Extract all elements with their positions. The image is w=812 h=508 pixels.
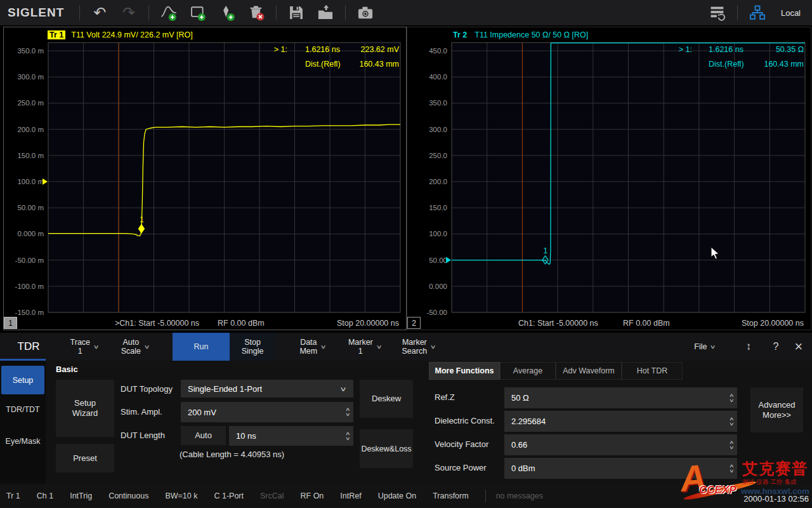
menu-auto-scale[interactable]: Auto Scale∨: [109, 333, 161, 361]
local-remote-indicator: Local: [781, 8, 801, 18]
y-tick-label: 200.0: [429, 178, 447, 185]
tab-more-functions[interactable]: More Functions: [429, 362, 500, 380]
menu-marker[interactable]: Marker 1∨: [339, 333, 390, 361]
lan-button[interactable]: [746, 3, 769, 23]
add-marker-button[interactable]: [216, 3, 239, 23]
source-power-field[interactable]: 0 dBm ∧∨: [504, 458, 737, 479]
ref-z-field[interactable]: 50 Ω ∧∨: [504, 387, 737, 408]
spinner-down-icon[interactable]: ∨: [729, 469, 735, 472]
recall-button[interactable]: [314, 3, 337, 23]
new-window-button[interactable]: [187, 3, 209, 23]
delete-trace-icon: [247, 4, 265, 22]
y-tick-label: 350.0: [429, 99, 447, 107]
stim-ampl-stepper[interactable]: ∧∨: [346, 402, 350, 422]
setup-wizard-button[interactable]: Setup Wizard: [56, 380, 114, 437]
source-power-stepper[interactable]: ∧∨: [730, 458, 734, 479]
y-tick-label: -50.00: [426, 309, 447, 316]
save-button[interactable]: [285, 3, 308, 23]
redo-button[interactable]: ↷: [117, 3, 140, 23]
dielectric-const-field[interactable]: 2.295684 ∧∨: [504, 411, 737, 432]
spinner-up-icon[interactable]: ∧: [345, 431, 351, 435]
channel-footer-2: 2 Ch1: Start -5.00000 ns RF 0.00 dBm Sto…: [407, 317, 811, 330]
spinner-down-icon[interactable]: ∨: [345, 436, 351, 440]
y-tick-label: 300.0 m: [17, 73, 44, 81]
add-trace-button[interactable]: [157, 3, 180, 23]
chevron-down-icon: ∨: [320, 344, 327, 349]
sidebar-item-tdr-tdt[interactable]: TDR/TDT: [1, 400, 44, 419]
chevron-down-icon: ∨: [144, 344, 150, 349]
window-number-badge-2[interactable]: 2: [407, 317, 421, 329]
spinner-down-icon[interactable]: ∨: [729, 445, 735, 449]
trace-title-2: T11 Impedence 50 Ω/ 50 Ω [RO]: [475, 30, 588, 39]
y-tick-label: 0.000 m: [17, 230, 44, 237]
sweep-stop-1: Stop 20.00000 ns: [337, 319, 399, 328]
sidebar-item-eye-mask[interactable]: Eye/Mask: [1, 432, 44, 451]
chevron-down-icon: ∨: [93, 344, 100, 349]
dut-topology-select[interactable]: Single-Ended 1-Port ∨: [181, 380, 353, 398]
spinner-down-icon[interactable]: ∨: [345, 413, 351, 417]
menu-data-mem[interactable]: Data Mem∨: [287, 333, 339, 361]
spinner-down-icon[interactable]: ∨: [729, 422, 735, 425]
deskew-button[interactable]: Deskew: [360, 380, 413, 418]
screenshot-button[interactable]: [354, 3, 377, 23]
trace-badge-tr2[interactable]: Tr 2: [451, 30, 469, 39]
advanced-more-button[interactable]: Advanced More>>: [750, 387, 803, 432]
y-tick-label: 450.0: [429, 47, 447, 55]
menu-resize-button[interactable]: ↕: [739, 333, 758, 361]
menu-run-button[interactable]: Run: [173, 333, 230, 361]
stim-ampl-field[interactable]: 200 mV ∧∨: [181, 402, 353, 422]
spinner-up-icon[interactable]: ∧: [345, 408, 351, 411]
spinner-up-icon[interactable]: ∧: [729, 393, 735, 397]
menu-marker-search[interactable]: Marker Search∨: [390, 333, 447, 361]
plot-area-1[interactable]: 350.0 m300.0 m250.0 m200.0 m150.0 m100.0…: [4, 27, 405, 328]
deskew-loss-button[interactable]: Deskew&Loss: [360, 429, 413, 468]
chevron-down-icon: ∨: [710, 344, 716, 349]
sidebar-item-setup[interactable]: Setup: [1, 366, 44, 394]
tab-hot-tdr[interactable]: Hot TDR: [622, 362, 683, 380]
tab-average[interactable]: Average: [500, 362, 556, 380]
plot-area-2[interactable]: 450.0400.0350.0300.0250.0200.0150.0100.0…: [407, 27, 809, 328]
menu-close-button[interactable]: ×: [789, 333, 809, 361]
dielectric-stepper[interactable]: ∧∨: [730, 411, 734, 432]
status-item-transform: Transform: [433, 491, 469, 500]
siglent-logo: SIGLENT: [8, 6, 64, 20]
delete-trace-button[interactable]: [245, 3, 268, 23]
chevron-down-icon: ∨: [376, 344, 382, 349]
marker-dist-label-2: Dist.(Refl): [709, 60, 744, 69]
menu-file[interactable]: File∨: [685, 333, 724, 361]
ref-z-stepper[interactable]: ∧∨: [730, 387, 734, 408]
y-tick-label: 350.0 m: [17, 47, 44, 55]
new-window-icon: [189, 4, 207, 22]
menu-trace[interactable]: Trace 1∨: [61, 333, 108, 361]
velocity-stepper[interactable]: ∧∨: [730, 434, 734, 455]
menu-stop-single-button[interactable]: Stop Single: [230, 333, 275, 361]
tab-adv-waveform[interactable]: Adv Waveform: [556, 362, 622, 380]
spinner-down-icon[interactable]: ∨: [729, 398, 735, 402]
window-number-badge-1[interactable]: 1: [4, 317, 17, 329]
menu-app-title: TDR: [0, 333, 57, 361]
dut-length-auto-button[interactable]: Auto: [181, 426, 226, 445]
spinner-up-icon[interactable]: ∧: [729, 440, 735, 444]
ref-z-label: Ref.Z: [435, 392, 455, 402]
status-item-intref: IntRef: [340, 491, 361, 500]
dut-length-field[interactable]: 10 ns ∧∨: [229, 426, 353, 446]
dut-length-stepper[interactable]: ∧∨: [346, 426, 350, 446]
rf-power-2: RF 0.00 dBm: [623, 319, 670, 328]
velocity-factor-field[interactable]: 0.66 ∧∨: [504, 434, 737, 455]
y-tick-label: 250.0 m: [17, 99, 44, 107]
y-tick-label: 100.0 m: [17, 178, 44, 185]
status-separator: [485, 490, 486, 502]
spinner-up-icon[interactable]: ∧: [729, 417, 735, 420]
trace-title-1: T11 Volt 224.9 mV/ 226.2 mV [RO]: [71, 30, 193, 39]
menu-help-button[interactable]: ?: [766, 333, 785, 361]
y-tick-label: -50.00 m: [15, 257, 44, 264]
trace-badge-tr1[interactable]: Tr 1: [48, 30, 65, 39]
add-marker-icon: [218, 4, 236, 22]
preset-button[interactable]: Preset: [56, 444, 114, 472]
toolbar-separator: [148, 5, 149, 20]
system-message-button[interactable]: [706, 3, 729, 23]
undo-button[interactable]: ↶: [88, 3, 111, 23]
toolbar-separator: [276, 5, 277, 20]
spinner-up-icon[interactable]: ∧: [729, 464, 735, 467]
redo-icon: ↷: [122, 5, 135, 20]
